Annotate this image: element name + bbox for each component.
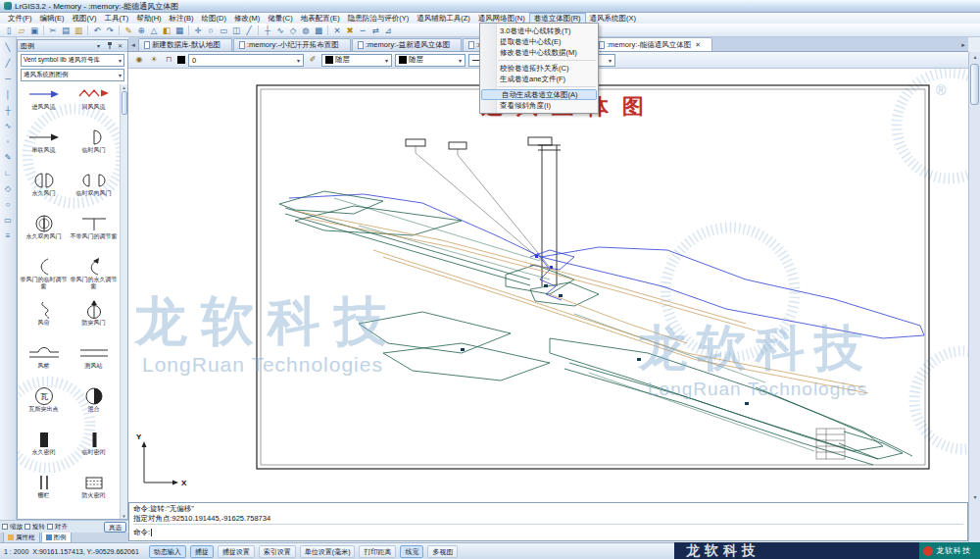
cross-icon[interactable]: ┼: [262, 25, 273, 36]
menu-hazard[interactable]: 隐患防治与评价(Y): [344, 13, 414, 24]
swap-icon[interactable]: ⇄: [369, 25, 381, 36]
menu-item-view-dip-angle[interactable]: 查看倾斜角度(I): [480, 100, 598, 111]
menu-item-generate-ane[interactable]: 生成巷道ane文件(F): [480, 74, 598, 84]
draw-icon[interactable]: ✎: [122, 25, 134, 36]
lineweight-toggle[interactable]: 线宽: [400, 545, 423, 558]
rotate-checkbox[interactable]: [24, 524, 30, 530]
tab-scroll-left-icon[interactable]: ◂: [128, 38, 138, 51]
color-select[interactable]: 随层 ▾: [321, 54, 392, 67]
menu-tools[interactable]: 工具(T): [101, 13, 133, 24]
scrollbar-thumb[interactable]: [970, 64, 979, 105]
symbol-temp-double-door[interactable]: 临时双向风门: [69, 171, 119, 214]
menu-item-centerline-convert[interactable]: 3.0巷道中心线转换(T): [480, 25, 598, 36]
rotate-icon[interactable]: ○: [205, 25, 217, 36]
draw-tool-icon[interactable]: ◦: [2, 135, 15, 148]
multiview-button[interactable]: 多视图: [427, 545, 458, 558]
symbol-fence[interactable]: 栅栏: [19, 473, 69, 516]
zoom-checkbox[interactable]: [2, 524, 8, 530]
linetype-select[interactable]: 随层 ▾: [395, 54, 466, 67]
symbol-temp-regulator[interactable]: 带风门的临时调节窗: [19, 257, 69, 300]
brush-icon[interactable]: ✐: [307, 54, 318, 66]
menu-item-check-topology[interactable]: 校验巷道拓扑关系(C): [480, 63, 598, 74]
draw-tool-icon[interactable]: ▭: [2, 214, 15, 227]
open-icon[interactable]: ▱: [16, 25, 27, 36]
menu-file[interactable]: 文件(F): [4, 13, 36, 24]
symbol-air-bridge[interactable]: 风桥: [19, 343, 69, 386]
menu-vent-tools[interactable]: 通风辅助工具(Z): [413, 13, 474, 24]
scroll-down-icon[interactable]: ▾: [969, 492, 980, 502]
symbol-fire-seal[interactable]: 防火密闭: [69, 473, 119, 516]
tab-close-icon[interactable]: ✕: [695, 41, 701, 49]
symbol-intake-airflow[interactable]: 进风风流: [19, 84, 69, 127]
menu-help[interactable]: 帮助(H): [132, 13, 165, 24]
tab-scroll-right-icon[interactable]: ▸: [958, 38, 968, 51]
bulb-icon[interactable]: ◉: [133, 54, 145, 66]
symbol-perm-double-door[interactable]: 永久双向风门: [19, 214, 69, 257]
legend-scrollbar[interactable]: ▴ ▾: [120, 84, 127, 519]
pin-icon[interactable]: [105, 42, 114, 50]
delete-icon[interactable]: ✕: [331, 25, 343, 36]
symbol-air-curtain[interactable]: 风帘: [19, 300, 69, 343]
select-button[interactable]: 真选: [104, 522, 126, 533]
sun-icon[interactable]: ☀: [148, 54, 160, 66]
move-icon[interactable]: ✛: [192, 25, 204, 36]
draw-tool-icon[interactable]: ≡: [2, 229, 15, 242]
symbol-perm-air-door[interactable]: 永久风门: [19, 171, 69, 214]
draw-tool-icon[interactable]: ○: [2, 198, 15, 211]
symbol-outburst-door[interactable]: 防突风门: [69, 300, 119, 343]
fill-icon[interactable]: ◧: [161, 25, 172, 36]
scroll-up-icon[interactable]: ▴: [122, 84, 125, 90]
draw-tool-icon[interactable]: ◇: [2, 182, 15, 195]
align-checkbox[interactable]: [47, 524, 53, 530]
undo-icon[interactable]: ↶: [91, 25, 103, 36]
lock-icon[interactable]: ⊓: [163, 54, 174, 66]
paste-icon[interactable]: ▥: [73, 25, 84, 36]
menu-annotate[interactable]: 标注(B): [166, 13, 198, 24]
tab-xiaojihan-layout[interactable]: :memory:-小纪汗开拓布置图: [233, 38, 351, 51]
symbol-regulator-no-door[interactable]: 不带风门的调节窗: [69, 214, 119, 257]
angle-icon[interactable]: △: [148, 25, 160, 36]
menu-item-auto-generate-3d[interactable]: 自动生成巷道立体图(A): [481, 89, 597, 100]
panel-menu-icon[interactable]: ▾: [94, 42, 103, 49]
curve-icon[interactable]: ∽: [357, 25, 368, 36]
draw-tool-icon[interactable]: │: [2, 88, 15, 101]
tab-yixin-vent-3d[interactable]: :memory:-益新通风立体图: [352, 38, 462, 51]
sphere-icon[interactable]: ◍: [300, 25, 312, 36]
new-icon[interactable]: ▯: [3, 25, 15, 36]
draw-tool-icon[interactable]: ╱: [2, 57, 15, 70]
draw-tool-icon[interactable]: ┼: [2, 104, 15, 117]
drawing-canvas[interactable]: Y X 通风立体图 龙软科技 LongRuan Technologies 龙软科…: [128, 69, 968, 502]
menu-item-extract-centerline[interactable]: 提取巷道中心线(E): [480, 36, 598, 47]
rect-icon[interactable]: ▭: [218, 25, 229, 36]
scrollbar-thumb[interactable]: [122, 91, 127, 115]
draw-tool-icon[interactable]: ─: [2, 73, 15, 85]
symbol-perm-regulator[interactable]: 带风门的永久调节窗: [69, 257, 119, 300]
save-icon[interactable]: ▣: [28, 25, 40, 36]
diamond-icon[interactable]: ◇: [287, 25, 299, 36]
scroll-up-icon[interactable]: ▴: [969, 52, 980, 62]
symbol-temp-seal[interactable]: 临时密闭: [69, 430, 119, 473]
grid-icon[interactable]: ▦: [173, 25, 185, 36]
hatch-icon[interactable]: ▩: [313, 25, 324, 36]
draw-tool-icon[interactable]: ∿: [2, 120, 15, 132]
draw-tool-icon[interactable]: ✎: [2, 151, 15, 164]
legend-category-select[interactable]: 通风系统图图例 ▾: [21, 69, 124, 81]
symbol-series-airflow[interactable]: 串联风流: [19, 127, 69, 171]
snap-toggle[interactable]: 捕捉: [190, 545, 214, 558]
menu-surface-config[interactable]: 地表配置(E): [297, 13, 344, 24]
symbol-return-airflow[interactable]: 回风风流: [69, 84, 119, 127]
menu-reserves[interactable]: 储量(C): [264, 13, 296, 24]
symbol-measuring-station[interactable]: 测风站: [69, 343, 119, 386]
redo-icon[interactable]: ↷: [104, 25, 116, 36]
menu-edit[interactable]: 编辑(E): [36, 13, 69, 24]
command-panel[interactable]: 命令:旋转:"无偏移" 指定对角点:92510.191445,-91625.75…: [128, 502, 968, 541]
tab-default-map[interactable]: 新建数据库-默认地图: [138, 38, 232, 51]
menu-drawing[interactable]: 绘图(D): [198, 13, 230, 24]
scroll-down-icon[interactable]: ▾: [122, 513, 125, 519]
tab-nengde-vent-3d[interactable]: :memory:-能德通风立体图 ✕: [593, 37, 712, 51]
layer-select[interactable]: 0 ▾: [188, 54, 304, 67]
menu-view[interactable]: 视图(V): [69, 13, 101, 24]
dynamic-input-toggle[interactable]: 动态输入: [149, 545, 186, 558]
slope-icon[interactable]: ⊿: [382, 25, 394, 36]
close-icon[interactable]: ✕: [116, 42, 124, 49]
